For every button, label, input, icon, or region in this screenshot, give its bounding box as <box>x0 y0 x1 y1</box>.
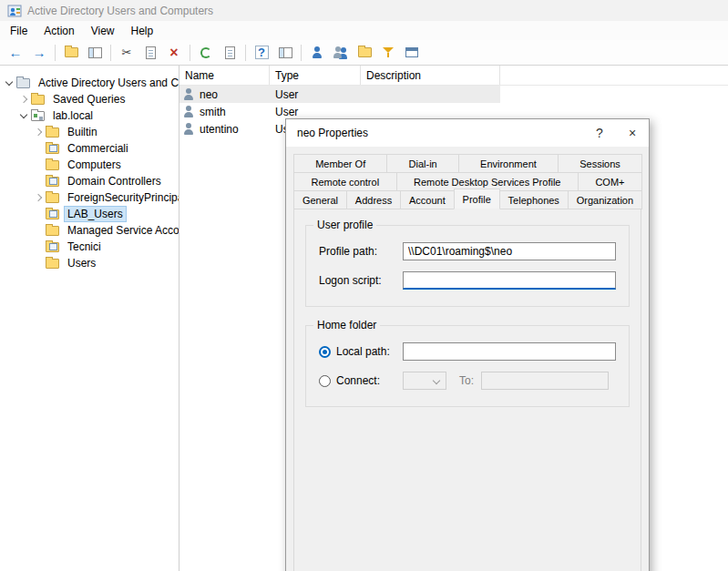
tab-telephones[interactable]: Telephones <box>499 190 569 209</box>
tab-environment[interactable]: Environment <box>458 154 559 173</box>
drive-letter-select[interactable] <box>403 372 446 390</box>
advanced-button[interactable] <box>401 42 423 63</box>
column-header-name[interactable]: Name <box>179 66 270 85</box>
tree-item-users[interactable]: Users <box>0 255 179 271</box>
back-button[interactable]: ← <box>5 42 26 63</box>
tree-item-root[interactable]: Active Directory Users and Com <box>0 75 179 91</box>
tree-item-label: Tecnici <box>64 239 105 255</box>
tree-item-label: ForeignSecurityPrincipals <box>64 189 179 206</box>
window-icon <box>405 47 418 57</box>
user-profile-legend: User profile <box>313 219 376 231</box>
user-icon <box>183 123 195 135</box>
add-user-to-group-button[interactable] <box>306 42 328 63</box>
toolbar-separator <box>190 45 190 61</box>
toolbar: ← → ✂ × ? <box>0 40 728 66</box>
tree-item-commerciali[interactable]: Commerciali <box>0 140 179 157</box>
user-name: smith <box>200 106 226 118</box>
delete-icon: × <box>169 46 178 60</box>
list-header: Name Type Description <box>179 66 728 86</box>
expander-icon[interactable] <box>18 94 29 105</box>
profile-path-label: Profile path: <box>319 245 403 258</box>
menu-view[interactable]: View <box>83 21 123 40</box>
column-header-description[interactable]: Description <box>361 66 500 85</box>
dialog-body: Member Of Dial-in Environment Sessions R… <box>286 147 649 571</box>
help-icon: ? <box>255 46 269 59</box>
ou-folder-icon <box>46 209 59 219</box>
profile-path-input[interactable] <box>403 242 616 260</box>
menu-bar: File Action View Help <box>0 21 728 40</box>
expander-spacer <box>33 143 44 154</box>
tab-organization[interactable]: Organization <box>568 190 642 209</box>
profile-path-row: Profile path: <box>319 242 616 260</box>
local-path-radio[interactable] <box>319 346 331 358</box>
back-icon: ← <box>9 46 23 59</box>
app-icon <box>7 4 22 18</box>
tree-item-domain-controllers[interactable]: Domain Controllers <box>0 173 179 189</box>
name-cell: smith <box>179 106 270 118</box>
tab-row-3: General Address Account Profile Telephon… <box>293 190 641 209</box>
show-console-tree-button[interactable] <box>84 42 106 63</box>
add-user-icon <box>311 46 323 59</box>
filter-icon <box>382 46 395 58</box>
properties-button[interactable] <box>274 42 296 63</box>
tree-item-tecnici[interactable]: Tecnici <box>0 239 179 255</box>
dialog-title: neo Properties <box>286 127 583 139</box>
column-header-type[interactable]: Type <box>270 66 361 85</box>
tree-item-foreign-security-principals[interactable]: ForeignSecurityPrincipals <box>0 189 179 206</box>
properties-icon <box>279 47 292 58</box>
expander-icon[interactable] <box>4 77 15 88</box>
window-titlebar: Active Directory Users and Computers <box>0 0 728 21</box>
dialog-help-button[interactable]: ? <box>583 119 616 147</box>
set-filter-button[interactable] <box>377 42 399 63</box>
tree-item-lab-users[interactable]: LAB_Users <box>0 206 179 222</box>
tab-com-plus[interactable]: COM+ <box>578 172 642 191</box>
tree-item-label: lab.local <box>49 107 97 124</box>
tab-member-of[interactable]: Member Of <box>293 154 387 173</box>
dialog-close-button[interactable]: × <box>616 119 649 147</box>
connect-row: Connect: To: <box>319 372 616 390</box>
new-ou-button[interactable] <box>354 42 375 63</box>
new-user-button[interactable] <box>330 42 352 63</box>
cut-icon: ✂ <box>122 46 132 58</box>
tab-sessions[interactable]: Sessions <box>558 154 642 173</box>
menu-help[interactable]: Help <box>123 21 162 40</box>
local-path-input[interactable] <box>403 342 616 361</box>
up-one-level-button[interactable] <box>60 42 82 63</box>
expander-icon[interactable] <box>18 110 29 121</box>
ou-folder-icon <box>46 242 59 252</box>
tree-item-lab-local[interactable]: lab.local <box>0 107 179 124</box>
user-name: utentino <box>200 123 239 136</box>
cut-button[interactable]: ✂ <box>116 42 138 63</box>
export-list-button[interactable] <box>219 42 241 63</box>
expander-icon[interactable] <box>33 127 44 138</box>
tab-dial-in[interactable]: Dial-in <box>386 154 459 173</box>
tab-account[interactable]: Account <box>400 190 455 209</box>
logon-script-input[interactable] <box>403 271 616 290</box>
ou-folder-icon <box>46 144 59 154</box>
toolbar-separator <box>55 45 56 61</box>
tab-general[interactable]: General <box>293 190 347 209</box>
logon-script-label: Logon script: <box>319 274 403 287</box>
menu-file[interactable]: File <box>2 21 36 40</box>
help-button[interactable]: ? <box>251 42 272 63</box>
tree-item-label: Managed Service Accou <box>64 222 179 239</box>
tree-item-saved-queries[interactable]: Saved Queries <box>0 91 179 107</box>
tab-remote-control[interactable]: Remote control <box>293 172 397 191</box>
profile-tab-panel: User profile Profile path: Logon script:… <box>293 208 641 571</box>
paste-button[interactable] <box>139 42 161 63</box>
delete-button[interactable]: × <box>163 42 185 63</box>
list-row-neo[interactable]: neo User <box>179 86 500 103</box>
connect-radio[interactable] <box>319 375 331 387</box>
tree-item-builtin[interactable]: Builtin <box>0 124 179 140</box>
refresh-button[interactable] <box>195 42 217 63</box>
tab-address[interactable]: Address <box>346 190 401 209</box>
connect-to-input[interactable] <box>481 372 609 390</box>
tree-item-managed-service-accounts[interactable]: Managed Service Accou <box>0 222 179 239</box>
tab-profile[interactable]: Profile <box>454 189 500 209</box>
window-title: Active Directory Users and Computers <box>27 5 213 17</box>
expander-icon[interactable] <box>33 192 44 203</box>
forward-button[interactable]: → <box>28 42 50 63</box>
menu-action[interactable]: Action <box>36 21 82 40</box>
tree-item-computers[interactable]: Computers <box>0 157 179 173</box>
folder-icon <box>46 226 59 236</box>
